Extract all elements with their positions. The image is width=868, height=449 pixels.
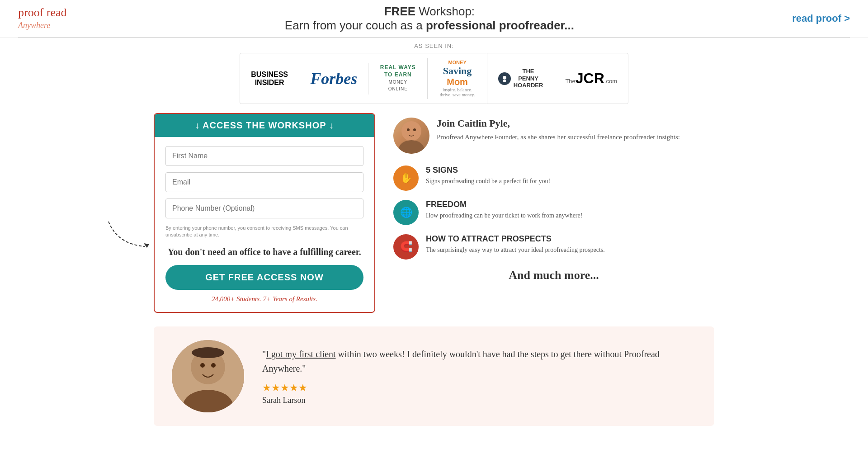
form-wrapper: ↓ ACCESS THE WORKSHOP ↓ By entering your… — [154, 113, 375, 313]
header-title: FREE Workshop: Earn from your couch as a… — [67, 5, 793, 33]
form-body: By entering your phone number, you conse… — [155, 137, 374, 312]
testimonial-stars: ★★★★★ — [262, 382, 696, 394]
logo-subtext: Anywhere — [18, 21, 50, 30]
logos-bar: BUSINESS INSIDER Forbes REAL WAYS TO EAR… — [240, 53, 628, 104]
svg-point-6 — [413, 128, 416, 131]
founder-info: Join Caitlin Pyle, Proofread Anywhere Fo… — [437, 118, 680, 142]
form-tagline: You don't need an office to have a fulfi… — [165, 246, 363, 258]
freedom-title: FREEDOM — [426, 200, 582, 209]
sms-disclaimer: By entering your phone number, you conse… — [165, 225, 363, 239]
five-signs-title: 5 SIGNS — [426, 165, 550, 175]
svg-rect-1 — [503, 80, 506, 82]
logo-forbes: Forbes — [299, 63, 368, 95]
founder-name: Join Caitlin Pyle, — [437, 118, 680, 129]
logo[interactable]: proof readAnywhere — [18, 7, 67, 30]
form-box: ↓ ACCESS THE WORKSHOP ↓ By entering your… — [154, 113, 375, 313]
phone-input[interactable] — [165, 199, 363, 218]
founder-description: Proofread Anywhere Founder, as she share… — [437, 132, 680, 142]
attract-prospects-title: HOW TO ATTRACT PROSPECTS — [426, 234, 605, 244]
as-seen-in-section: AS SEEN IN: BUSINESS INSIDER Forbes REAL… — [0, 38, 868, 104]
freedom-desc: How proofreading can be your ticket to w… — [426, 211, 582, 220]
logo-real-ways-to-earn: REAL WAYS TO EARNMONEY ONLINE — [368, 58, 428, 99]
founder-avatar — [393, 118, 429, 154]
testimonial-content: "I got my first client within two weeks!… — [262, 347, 696, 405]
logo-jcr: The JCR .com — [554, 64, 628, 93]
logo-business-insider: BUSINESS INSIDER — [240, 64, 299, 93]
five-signs-icon: ✋ — [393, 165, 419, 191]
as-seen-in-label: AS SEEN IN: — [18, 43, 850, 49]
cta-button[interactable]: GET FREE ACCESS NOW — [165, 265, 363, 290]
testimonial-quote: "I got my first client within two weeks!… — [262, 347, 696, 376]
testimonial-underline: I got my first client — [266, 349, 335, 359]
logo-text: proof readAnywhere — [18, 7, 67, 30]
feature-five-signs: ✋ 5 SIGNS Signs proofreading could be a … — [393, 165, 714, 191]
svg-point-5 — [407, 128, 410, 131]
logo-penny-hoarder: ThePENNYHOARDER — [487, 61, 555, 95]
attract-prospects-icon: 🧲 — [393, 234, 419, 260]
testimonial-section: "I got my first client within two weeks!… — [154, 326, 714, 426]
five-signs-text: 5 SIGNS Signs proofreading could be a pe… — [426, 165, 550, 186]
nav-link[interactable]: read proof > — [792, 13, 850, 24]
right-side: Join Caitlin Pyle, Proofread Anywhere Fo… — [393, 113, 714, 282]
tph-icon — [498, 72, 511, 85]
main-content: ↓ ACCESS THE WORKSHOP ↓ By entering your… — [0, 104, 868, 322]
feature-freedom: 🌐 FREEDOM How proofreading can be your t… — [393, 200, 714, 225]
founder-avatar-img — [393, 118, 429, 154]
freedom-text: FREEDOM How proofreading can be your tic… — [426, 200, 582, 220]
and-more-text: And much more... — [393, 269, 714, 282]
form-header: ↓ ACCESS THE WORKSHOP ↓ — [155, 114, 374, 137]
svg-point-12 — [192, 347, 224, 358]
five-signs-desc: Signs proofreading could be a perfect fi… — [426, 177, 550, 186]
first-name-input[interactable] — [165, 146, 363, 166]
students-text: 24,000+ Students. 7+ Years of Results. — [165, 295, 363, 303]
email-input[interactable] — [165, 172, 363, 192]
freedom-icon: 🌐 — [393, 200, 419, 225]
svg-point-11 — [211, 363, 216, 368]
testimonial-avatar — [172, 340, 244, 412]
testimonial-name: Sarah Larson — [262, 396, 696, 405]
svg-point-10 — [200, 363, 205, 368]
founder-section: Join Caitlin Pyle, Proofread Anywhere Fo… — [393, 118, 714, 154]
svg-point-4 — [399, 140, 424, 154]
attract-prospects-desc: The surprisingly easy way to attract you… — [426, 246, 605, 255]
svg-point-0 — [503, 76, 506, 80]
header: proof readAnywhere FREE Workshop: Earn f… — [0, 0, 868, 38]
svg-point-3 — [401, 121, 421, 141]
workshop-title: FREE Workshop: Earn from your couch as a… — [67, 5, 793, 33]
svg-marker-2 — [144, 243, 149, 248]
logo-money-saving-mom: MONEY Saving Mom inspire. balance. thriv… — [428, 53, 487, 104]
attract-prospects-text: HOW TO ATTRACT PROSPECTS The surprisingl… — [426, 234, 605, 255]
feature-attract-prospects: 🧲 HOW TO ATTRACT PROSPECTS The surprisin… — [393, 234, 714, 260]
header-nav[interactable]: read proof > — [792, 13, 850, 24]
arrow-decoration — [104, 217, 158, 253]
